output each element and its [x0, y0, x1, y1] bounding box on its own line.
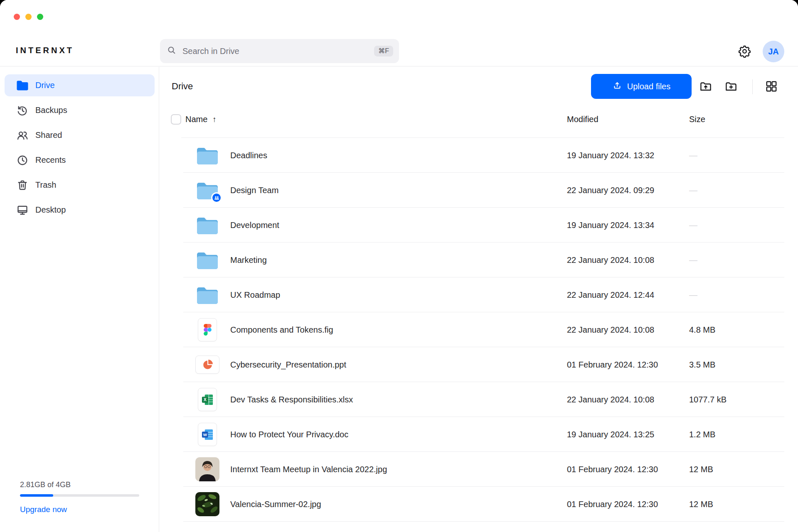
file-size: 1077.7 kB [689, 395, 727, 405]
column-header-name[interactable]: Name ↑ [185, 115, 217, 124]
clock-icon [16, 154, 29, 167]
internxt-logo: INTERNXT [16, 46, 74, 55]
top-bar: INTERNXT ⌘F JA [0, 0, 798, 66]
storage-panel: 2.81GB of 4GB Upgrade now [20, 481, 139, 514]
file-name: Dev Tasks & Responsibilities.xlsx [230, 395, 353, 405]
upload-icon [612, 81, 622, 93]
zoom-window-button[interactable] [37, 14, 43, 20]
file-size: 3.5 MB [689, 360, 715, 370]
sidebar-item-recents[interactable]: Recents [5, 149, 155, 171]
search-input[interactable] [182, 46, 374, 56]
sidebar-item-label: Trash [35, 180, 56, 190]
photo-leaves-icon [195, 487, 220, 522]
file-size: 12 MB [689, 500, 713, 509]
table-row[interactable]: Valencia-Summer-02.jpg01 February 2024. … [171, 487, 784, 522]
file-size: — [689, 186, 697, 195]
file-name: Cybersecurity_Presentation.ppt [230, 360, 346, 370]
page-title: Drive [172, 81, 193, 92]
shared-folder-badge [211, 192, 222, 203]
sidebar-nav: DriveBackupsSharedRecentsTrashDesktop [0, 74, 159, 221]
folder-icon [195, 243, 220, 277]
file-modified-date: 22 January 2024. 09:29 [567, 186, 654, 195]
figma-icon [195, 312, 220, 347]
grid-view-button[interactable] [764, 80, 778, 94]
folder-icon [195, 138, 220, 173]
column-header-size[interactable]: Size [689, 115, 705, 124]
file-name: Marketing [230, 255, 267, 265]
folder-shared-icon [195, 173, 220, 208]
grid-view-icon [765, 80, 778, 94]
sidebar-item-trash[interactable]: Trash [5, 174, 155, 196]
settings-button[interactable] [737, 44, 752, 59]
gear-icon [738, 44, 751, 59]
table-row[interactable]: Development19 January 2024. 13:34— [171, 208, 784, 243]
folder-plus-icon [724, 80, 738, 94]
file-name: Deadlines [230, 151, 267, 160]
file-size: — [689, 151, 697, 160]
photo-person-icon [195, 452, 220, 487]
file-modified-date: 01 February 2024. 12:30 [567, 500, 658, 509]
sidebar-item-desktop[interactable]: Desktop [5, 199, 155, 221]
upload-files-button[interactable]: Upload files [591, 74, 692, 99]
file-modified-date: 22 January 2024. 10:08 [567, 325, 654, 335]
file-size: — [689, 221, 697, 230]
select-all-checkbox[interactable] [171, 114, 181, 125]
table-row[interactable]: Cybersecurity_Presentation.ppt01 Februar… [171, 347, 784, 382]
sidebar-item-label: Backups [35, 105, 67, 115]
column-header-modified[interactable]: Modified [567, 115, 598, 124]
file-modified-date: 19 January 2024. 13:32 [567, 151, 654, 160]
word-icon: W [195, 417, 220, 452]
user-avatar[interactable]: JA [763, 41, 784, 62]
table-header: Name ↑ Modified Size [171, 106, 784, 138]
new-folder-button[interactable] [724, 80, 738, 94]
file-modified-date: 19 January 2024. 13:34 [567, 221, 654, 230]
main-panel: Drive Upload files [160, 67, 798, 532]
trash-icon [16, 179, 29, 192]
sidebar-item-shared[interactable]: Shared [5, 124, 155, 146]
minimize-window-button[interactable] [25, 14, 32, 20]
file-name: Design Team [230, 186, 278, 195]
close-window-button[interactable] [14, 14, 20, 20]
sidebar-item-label: Recents [35, 155, 66, 165]
file-size: — [689, 290, 697, 300]
drive-folder-icon [16, 79, 29, 92]
table-row[interactable]: Marketing22 January 2024. 10:08— [171, 243, 784, 277]
file-modified-date: 19 January 2024. 13:25 [567, 430, 654, 439]
sidebar: DriveBackupsSharedRecentsTrashDesktop 2.… [0, 67, 159, 532]
table-row[interactable]: Components and Tokens.fig22 January 2024… [171, 312, 784, 347]
search-bar[interactable]: ⌘F [160, 39, 399, 63]
table-row[interactable]: Design Team22 January 2024. 09:29— [171, 173, 784, 208]
table-row[interactable]: Internxt Team Meetup in Valencia 2022.jp… [171, 452, 784, 487]
sidebar-item-label: Drive [35, 81, 55, 90]
file-modified-date: 22 January 2024. 10:08 [567, 255, 654, 265]
powerpoint-icon [195, 347, 220, 382]
file-modified-date: 22 January 2024. 10:08 [567, 395, 654, 405]
upgrade-now-link[interactable]: Upgrade now [20, 505, 67, 514]
search-icon [167, 45, 177, 57]
backup-icon [16, 104, 29, 117]
app-window: INTERNXT ⌘F JA DriveBackupsSharedRecents… [0, 0, 798, 532]
svg-text:W: W [203, 432, 207, 437]
file-modified-date: 22 January 2024. 12:44 [567, 290, 654, 300]
storage-progress-bar [20, 494, 139, 497]
folder-icon [195, 277, 220, 312]
file-name: Components and Tokens.fig [230, 325, 333, 335]
upload-folder-button[interactable] [699, 80, 713, 94]
file-size: 1.2 MB [689, 430, 715, 439]
table-row[interactable]: UX Roadmap22 January 2024. 12:44— [171, 277, 784, 312]
sort-ascending-icon: ↑ [212, 115, 217, 124]
table-row[interactable]: WHow to Protect Your Privacy.doc19 Janua… [171, 417, 784, 452]
table-row[interactable]: Deadlines19 January 2024. 13:32— [171, 138, 784, 173]
window-controls [14, 14, 43, 20]
table-row[interactable]: XDev Tasks & Responsibilities.xlsx22 Jan… [171, 382, 784, 417]
file-modified-date: 01 February 2024. 12:30 [567, 360, 658, 370]
upload-button-label: Upload files [627, 82, 671, 91]
sidebar-item-drive[interactable]: Drive [5, 74, 155, 96]
file-table: Name ↑ Modified Size Deadlines19 January… [171, 106, 784, 522]
storage-progress-fill [20, 494, 53, 497]
search-shortcut-badge: ⌘F [374, 46, 393, 56]
sidebar-item-backups[interactable]: Backups [5, 99, 155, 121]
file-size: 4.8 MB [689, 325, 715, 335]
file-size: — [689, 255, 697, 265]
table-body: Deadlines19 January 2024. 13:32—Design T… [171, 138, 784, 522]
